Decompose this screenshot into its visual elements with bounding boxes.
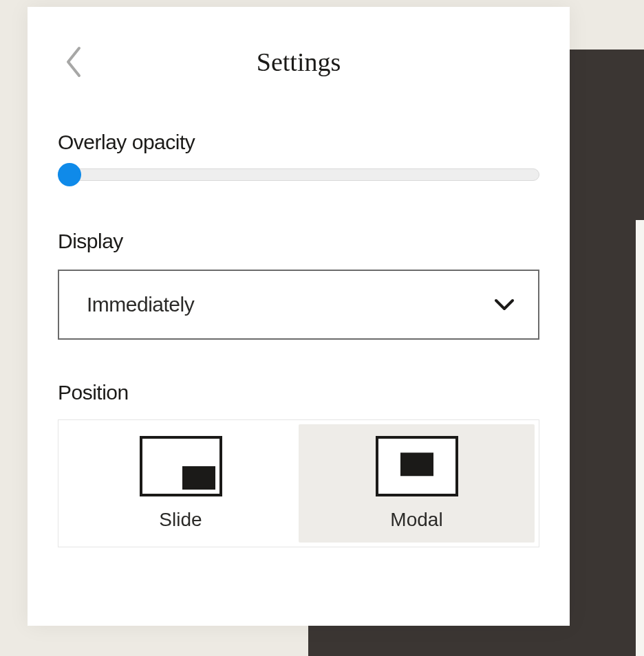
position-option-slide-label: Slide	[159, 509, 202, 531]
display-select[interactable]: Immediately	[58, 270, 539, 340]
position-option-slide[interactable]: Slide	[63, 424, 299, 543]
chevron-down-icon	[494, 298, 515, 311]
background-side-strip	[636, 220, 644, 656]
position-label: Position	[58, 381, 539, 404]
back-button[interactable]	[58, 45, 91, 78]
position-toggle-group: Slide Modal	[58, 419, 539, 547]
settings-panel: Settings Overlay opacity Display Immedia…	[28, 7, 570, 626]
display-select-value: Immediately	[87, 293, 194, 316]
slider-track	[58, 168, 539, 181]
position-section: Position Slide Modal	[58, 381, 539, 547]
overlay-opacity-label: Overlay opacity	[58, 131, 539, 154]
position-option-modal-label: Modal	[390, 509, 442, 531]
position-option-modal[interactable]: Modal	[299, 424, 535, 543]
slide-position-icon	[140, 436, 222, 496]
slider-thumb[interactable]	[58, 163, 81, 186]
overlay-opacity-section: Overlay opacity	[58, 131, 539, 188]
chevron-left-icon	[64, 45, 85, 78]
display-section: Display Immediately	[58, 230, 539, 340]
modal-position-icon	[376, 436, 458, 496]
panel-title: Settings	[257, 47, 341, 77]
panel-header: Settings	[58, 34, 539, 89]
overlay-opacity-slider[interactable]	[58, 161, 539, 188]
display-label: Display	[58, 230, 539, 253]
